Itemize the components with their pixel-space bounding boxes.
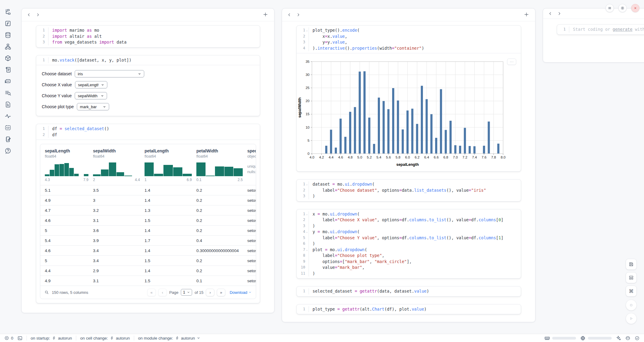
token: (), value xyxy=(446,217,469,222)
stop-button[interactable] xyxy=(626,300,637,311)
function-square-icon[interactable] xyxy=(5,20,11,27)
chart-options-button[interactable] xyxy=(507,59,516,65)
fold-chevron-icon[interactable]: ⌄ xyxy=(305,181,309,187)
code-line: 2 x=x.value, xyxy=(297,34,521,40)
keyboard-shortcuts-button[interactable]: ⌘ xyxy=(626,286,637,297)
fold-chevron-icon[interactable]: ⌄ xyxy=(305,247,309,253)
token: [ xyxy=(342,259,345,264)
token: columns xyxy=(409,217,427,222)
code-editor[interactable]: 1⌄x = mo.ui.dropdown(2 label="Choose X v… xyxy=(297,209,521,279)
chevron-left-icon[interactable] xyxy=(548,10,557,17)
hist-bar xyxy=(64,163,69,176)
svg-text:4.8: 4.8 xyxy=(348,155,352,159)
bar-chart[interactable]: 4.04.24.44.64.85.05.25.45.65.86.06.26.46… xyxy=(297,54,520,169)
generate-link[interactable]: generate xyxy=(613,27,632,32)
token: mo. xyxy=(320,229,330,234)
code-snippet-icon[interactable] xyxy=(5,124,11,131)
code-editor[interactable]: 1import marimo as mo2import altair as al… xyxy=(36,26,260,47)
help-circle-icon[interactable] xyxy=(5,148,11,154)
previous-page-button[interactable]: ‹ xyxy=(158,289,167,296)
file-tree-icon[interactable] xyxy=(5,9,11,15)
min-value: 4.3 xyxy=(45,178,50,182)
menu-button[interactable] xyxy=(606,4,614,12)
line-number: 3 xyxy=(303,193,305,199)
chevron-right-icon[interactable] xyxy=(296,12,305,18)
column-dtype: float64 xyxy=(196,154,243,159)
table-cell: setosa xyxy=(243,228,256,233)
table-cell: setosa xyxy=(243,279,256,283)
token: = xyxy=(332,182,335,187)
token: . xyxy=(342,247,345,252)
token: y xyxy=(313,40,325,45)
copilot-icon[interactable] xyxy=(625,335,631,341)
code-editor-placeholder[interactable]: Start coding or generate with AI xyxy=(569,27,644,33)
select-choose-dataset[interactable]: iris xyxy=(75,70,144,77)
chevron-left-icon[interactable] xyxy=(27,12,36,18)
page-label: Page xyxy=(169,290,178,295)
hist-bar xyxy=(145,162,154,176)
code-editor[interactable]: 1plot_type = getattr(alt.Chart(df), plot… xyxy=(297,305,521,314)
autorun-segment-0[interactable]: on startup:autorun xyxy=(31,336,72,340)
fold-chevron-icon[interactable]: ⌄ xyxy=(305,229,309,235)
download-button[interactable]: Download xyxy=(230,290,252,295)
next-page-button[interactable]: › xyxy=(206,289,214,296)
chevron-left-icon[interactable] xyxy=(287,12,296,18)
hist-bar xyxy=(50,170,54,176)
token: mo xyxy=(92,28,99,33)
page-select[interactable]: 1 xyxy=(181,289,192,296)
code-cell-vstack: 1mo.vstack([dataset, x, y, plot])Choose … xyxy=(36,55,260,116)
select-choose-y-value[interactable]: sepalWidth xyxy=(75,92,107,99)
list-search-icon[interactable] xyxy=(5,90,11,96)
code-editor[interactable]: 1selected_dataset = getattr(data, datase… xyxy=(297,287,521,296)
line-number: 3 xyxy=(43,39,45,45)
svg-text:0: 0 xyxy=(308,152,309,155)
table-cell: 5.4 xyxy=(40,238,88,243)
chevron-right-icon[interactable] xyxy=(36,12,45,18)
line-gutter: 6 xyxy=(297,241,309,247)
empty-code-cell[interactable]: 1 Start coding or generate with AI xyxy=(557,24,644,35)
package-cube-icon[interactable] xyxy=(5,55,11,62)
left-panel-header xyxy=(22,9,274,21)
fold-chevron-icon[interactable]: ⌄ xyxy=(305,27,309,34)
activity-icon[interactable] xyxy=(5,113,11,119)
svg-text:8.0: 8.0 xyxy=(501,155,506,159)
scroll-icon[interactable] xyxy=(5,66,11,73)
notebook-pen-icon[interactable] xyxy=(5,136,11,143)
add-cell-button[interactable] xyxy=(524,12,530,18)
code-line: 10 value="mark_bar", xyxy=(297,265,521,271)
last-page-button[interactable]: » xyxy=(217,289,225,296)
select-choose-x-value[interactable]: sepalLength xyxy=(75,81,107,88)
search-icon[interactable] xyxy=(45,290,49,294)
add-cell-button[interactable] xyxy=(263,12,269,18)
first-page-button[interactable]: « xyxy=(147,289,156,296)
token: mo. xyxy=(52,58,59,62)
close-button[interactable] xyxy=(631,4,639,12)
database-icon[interactable] xyxy=(5,32,11,38)
code-editor[interactable]: 1⌄plot_type().encode(2 x=x.value,3 y=y.v… xyxy=(297,26,521,53)
table-cell: 3.2 xyxy=(88,208,140,213)
autorun-segment-1[interactable]: on cell change:autorun xyxy=(80,336,130,340)
autorun-segment-2[interactable]: on module change:autorun xyxy=(138,336,201,340)
run-button[interactable] xyxy=(626,313,637,324)
code-editor[interactable]: 1⌄dataset = mo.ui.dropdown(2 label="Choo… xyxy=(297,180,521,201)
table-cell: 3 xyxy=(88,198,140,203)
document-icon[interactable] xyxy=(5,101,11,108)
chevron-right-icon[interactable] xyxy=(557,10,566,17)
ai-sparkles-icon[interactable] xyxy=(616,335,621,341)
terminal-icon[interactable] xyxy=(17,336,23,341)
token: as xyxy=(87,28,92,33)
layout-button[interactable] xyxy=(626,272,637,283)
error-indicator[interactable]: 0 xyxy=(4,336,13,340)
fold-chevron-icon[interactable]: ⌄ xyxy=(305,211,309,217)
save-button[interactable] xyxy=(626,259,637,270)
chat-bot-icon[interactable] xyxy=(5,78,11,85)
settings-button[interactable] xyxy=(618,4,627,12)
code-editor[interactable]: 1df = selected_dataset()2df xyxy=(36,124,260,140)
select-choose-plot-type[interactable]: mark_bar xyxy=(77,103,109,110)
code-editor[interactable]: 1mo.vstack([dataset, x, y, plot]) xyxy=(36,55,260,65)
token: y. xyxy=(327,40,332,45)
segment-value: autorun xyxy=(181,336,195,340)
dependency-graph-icon[interactable] xyxy=(5,43,11,50)
bolt-icon xyxy=(52,336,56,340)
connection-status-icon[interactable] xyxy=(635,336,640,341)
